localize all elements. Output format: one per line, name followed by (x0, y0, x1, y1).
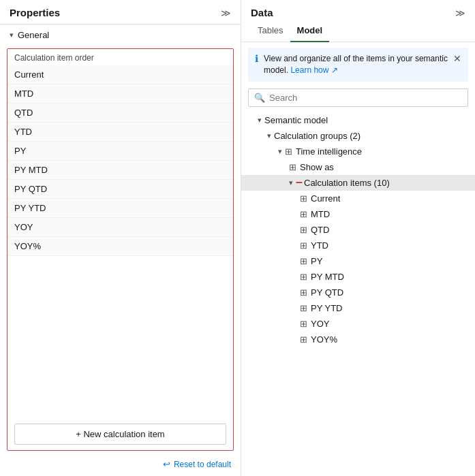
tree-item[interactable]: ⊞MTD (241, 206, 475, 222)
calc-item-label: YTD (311, 240, 328, 251)
calc-item-label: YOY% (311, 334, 337, 345)
search-icon: 🔍 (254, 93, 265, 103)
properties-title: Properties (10, 7, 60, 18)
left-panel: Properties ≫ ▾ General Calculation item … (0, 0, 241, 476)
general-label: General (18, 30, 49, 40)
calc-item-icon: ⊞ (300, 193, 307, 204)
tab-model[interactable]: Model (290, 20, 330, 42)
tree-item[interactable]: ⊞PY (241, 253, 475, 269)
calc-items-label: Calculation items (10) (304, 178, 390, 188)
learn-how-link[interactable]: Learn how ↗ (290, 65, 337, 75)
calc-item-label: PY QTD (311, 287, 343, 298)
data-header: Data ≫ (241, 0, 475, 18)
calc-item-icon: ⊞ (300, 209, 307, 219)
tab-tables[interactable]: Tables (251, 20, 290, 42)
calc-item-icon: ⊞ (300, 225, 307, 235)
chevron-calc-groups-icon: ▾ (267, 131, 271, 140)
calc-item-icon: ⊞ (300, 240, 307, 251)
expand-right-icon[interactable]: ≫ (455, 7, 465, 18)
tree-item[interactable]: ⊞PY QTD (241, 285, 475, 300)
list-item[interactable]: YTD (7, 123, 233, 142)
calc-item-label: QTD (311, 225, 329, 235)
calc-item-icon: ⊞ (300, 303, 307, 313)
reset-icon: ↩ (163, 459, 170, 469)
tree-item[interactable]: ⊞YOY% (241, 332, 475, 347)
calc-order-box: Calculation item order CurrentMTDQTDYTDP… (7, 48, 234, 451)
chevron-semantic-model-icon: ▾ (258, 116, 262, 125)
tree-show-as[interactable]: ⊞ Show as (241, 159, 475, 175)
calc-item-label: YOY (311, 319, 329, 329)
show-as-label: Show as (300, 162, 334, 172)
calc-item-label: PY (311, 256, 322, 266)
list-item[interactable]: PY QTD (7, 180, 233, 199)
calc-items-badge (296, 182, 303, 183)
tree-items-container: ⊞Current⊞MTD⊞QTD⊞YTD⊞PY⊞PY MTD⊞PY QTD⊞PY… (241, 191, 475, 347)
calc-order-label: Calculation item order (7, 49, 233, 65)
properties-header: Properties ≫ (0, 0, 241, 25)
calc-item-icon: ⊞ (300, 256, 307, 266)
calc-items-list: CurrentMTDQTDYTDPYPY MTDPY QTDPY YTDYOYY… (7, 65, 233, 418)
time-intelligence-label: Time intelligence (296, 146, 362, 157)
right-panel: Data ≫ Tables Model ℹ View and organize … (241, 0, 475, 476)
calc-item-label: PY MTD (311, 272, 344, 282)
tree-item[interactable]: ⊞YTD (241, 238, 475, 253)
chevron-time-intelligence-icon: ▾ (278, 147, 282, 156)
list-item[interactable]: Current (7, 65, 233, 84)
calc-item-icon: ⊞ (300, 287, 307, 298)
calc-item-icon: ⊞ (300, 272, 307, 282)
list-item[interactable]: QTD (7, 104, 233, 123)
chevron-down-icon: ▾ (10, 31, 14, 39)
calc-item-label: Current (311, 193, 340, 204)
list-item[interactable]: PY (7, 142, 233, 161)
tree-calc-items[interactable]: ▾ Calculation items (10) (241, 175, 475, 191)
tree-item[interactable]: ⊞QTD (241, 222, 475, 238)
list-item[interactable]: PY YTD (7, 199, 233, 218)
list-item[interactable]: PY MTD (7, 161, 233, 180)
tree-time-intelligence[interactable]: ▾ ⊞ Time intelligence (241, 144, 475, 159)
tree-semantic-model[interactable]: ▾ Semantic model (241, 112, 475, 128)
calc-item-icon: ⊞ (300, 319, 307, 329)
reset-row: ↩ Reset to default (0, 456, 241, 476)
calc-groups-label: Calculation groups (2) (274, 131, 361, 141)
info-banner: ℹ View and organize all of the items in … (248, 48, 468, 82)
list-item[interactable]: YOY (7, 218, 233, 237)
list-item[interactable]: MTD (7, 84, 233, 104)
search-input[interactable] (269, 93, 462, 103)
close-info-button[interactable]: ✕ (453, 53, 461, 64)
tabs-row: Tables Model (241, 20, 475, 42)
calc-item-label: PY YTD (311, 303, 342, 313)
tree-item[interactable]: ⊞Current (241, 191, 475, 206)
chevron-calc-items-icon: ▾ (289, 178, 293, 187)
reset-label[interactable]: Reset to default (174, 460, 231, 469)
info-text: View and organize all of the items in yo… (264, 53, 448, 76)
time-intelligence-icon: ⊞ (285, 146, 292, 157)
list-item[interactable]: YOY% (7, 237, 233, 256)
show-as-icon: ⊞ (289, 162, 296, 172)
general-section[interactable]: ▾ General (0, 25, 241, 46)
calc-item-label: MTD (311, 209, 330, 219)
search-box[interactable]: 🔍 (248, 89, 468, 107)
info-icon: ℹ (255, 53, 258, 64)
tree-item[interactable]: ⊞YOY (241, 316, 475, 332)
semantic-model-label: Semantic model (264, 115, 328, 125)
tree-item[interactable]: ⊞PY MTD (241, 269, 475, 285)
tree-item[interactable]: ⊞PY YTD (241, 300, 475, 316)
tree-container: ▾ Semantic model ▾ Calculation groups (2… (241, 110, 475, 476)
new-calculation-button[interactable]: + New calculation item (14, 424, 226, 445)
data-title: Data (251, 7, 273, 18)
tree-calc-groups[interactable]: ▾ Calculation groups (2) (241, 128, 475, 144)
calc-item-icon: ⊞ (300, 334, 307, 345)
expand-left-icon[interactable]: ≫ (221, 7, 231, 18)
